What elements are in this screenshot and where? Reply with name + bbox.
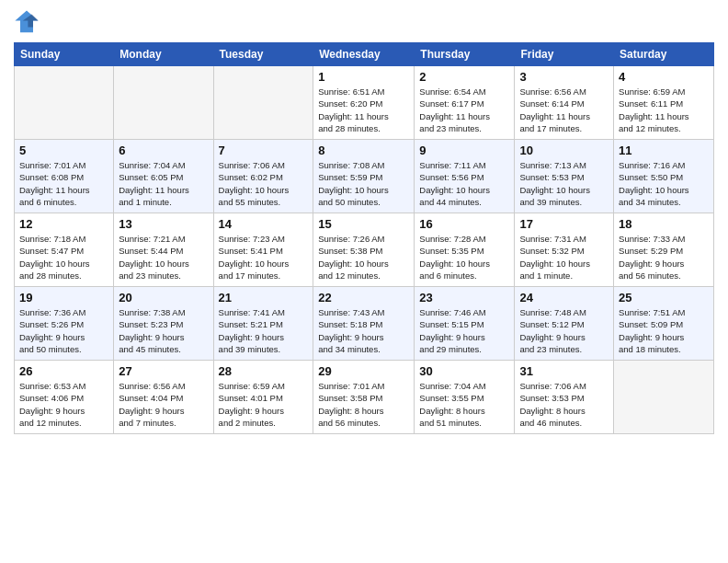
day-info: Sunrise: 7:46 AM Sunset: 5:15 PM Dayligh… — [419, 306, 509, 355]
calendar-cell: 8Sunrise: 7:08 AM Sunset: 5:59 PM Daylig… — [313, 140, 415, 213]
day-number: 15 — [318, 217, 409, 231]
day-number: 2 — [419, 70, 509, 84]
calendar-cell: 31Sunrise: 7:06 AM Sunset: 3:53 PM Dayli… — [515, 361, 614, 434]
day-number: 20 — [119, 291, 208, 304]
calendar-cell: 7Sunrise: 7:06 AM Sunset: 6:02 PM Daylig… — [213, 140, 313, 213]
day-number: 10 — [519, 144, 609, 157]
day-number: 21 — [219, 291, 309, 304]
day-info: Sunrise: 7:04 AM Sunset: 6:05 PM Dayligh… — [119, 159, 208, 208]
header — [14, 9, 714, 35]
calendar-cell: 30Sunrise: 7:04 AM Sunset: 3:55 PM Dayli… — [415, 361, 515, 434]
calendar-cell: 1Sunrise: 6:51 AM Sunset: 6:20 PM Daylig… — [313, 66, 415, 140]
calendar-cell: 2Sunrise: 6:54 AM Sunset: 6:17 PM Daylig… — [415, 66, 515, 140]
day-number: 8 — [318, 144, 409, 157]
day-info: Sunrise: 7:11 AM Sunset: 5:56 PM Dayligh… — [419, 159, 509, 208]
day-number: 26 — [19, 364, 108, 378]
weekday-header: Saturday — [614, 43, 714, 66]
svg-marker-0 — [15, 10, 38, 32]
calendar-cell: 24Sunrise: 7:48 AM Sunset: 5:12 PM Dayli… — [515, 287, 614, 361]
day-info: Sunrise: 6:54 AM Sunset: 6:17 PM Dayligh… — [419, 86, 509, 134]
calendar-cell: 23Sunrise: 7:46 AM Sunset: 5:15 PM Dayli… — [415, 287, 515, 361]
calendar-cell: 5Sunrise: 7:01 AM Sunset: 6:08 PM Daylig… — [15, 140, 114, 213]
day-info: Sunrise: 7:31 AM Sunset: 5:32 PM Dayligh… — [519, 233, 609, 282]
logo-icon — [14, 9, 40, 35]
calendar-cell: 15Sunrise: 7:26 AM Sunset: 5:38 PM Dayli… — [313, 213, 415, 287]
day-info: Sunrise: 7:21 AM Sunset: 5:44 PM Dayligh… — [119, 233, 208, 282]
day-info: Sunrise: 7:08 AM Sunset: 5:59 PM Dayligh… — [318, 159, 409, 208]
weekday-header: Friday — [515, 43, 614, 66]
day-number: 28 — [219, 364, 309, 378]
day-info: Sunrise: 7:48 AM Sunset: 5:12 PM Dayligh… — [519, 306, 609, 355]
day-info: Sunrise: 7:51 AM Sunset: 5:09 PM Dayligh… — [619, 306, 709, 355]
day-info: Sunrise: 7:13 AM Sunset: 5:53 PM Dayligh… — [519, 159, 609, 208]
calendar-cell: 20Sunrise: 7:38 AM Sunset: 5:23 PM Dayli… — [114, 287, 213, 361]
calendar-cell: 27Sunrise: 6:56 AM Sunset: 4:04 PM Dayli… — [114, 361, 213, 434]
day-info: Sunrise: 7:16 AM Sunset: 5:50 PM Dayligh… — [619, 159, 709, 208]
calendar-week-row: 12Sunrise: 7:18 AM Sunset: 5:47 PM Dayli… — [15, 213, 714, 287]
calendar-cell — [213, 66, 313, 140]
calendar-cell: 14Sunrise: 7:23 AM Sunset: 5:41 PM Dayli… — [213, 213, 313, 287]
calendar-week-row: 19Sunrise: 7:36 AM Sunset: 5:26 PM Dayli… — [15, 287, 714, 361]
day-info: Sunrise: 7:36 AM Sunset: 5:26 PM Dayligh… — [19, 306, 108, 355]
day-info: Sunrise: 6:51 AM Sunset: 6:20 PM Dayligh… — [318, 86, 409, 134]
day-info: Sunrise: 7:04 AM Sunset: 3:55 PM Dayligh… — [419, 380, 509, 429]
day-info: Sunrise: 6:56 AM Sunset: 4:04 PM Dayligh… — [119, 380, 208, 429]
day-number: 29 — [318, 364, 409, 378]
weekday-header: Wednesday — [313, 43, 415, 66]
day-number: 18 — [619, 217, 709, 231]
day-info: Sunrise: 7:41 AM Sunset: 5:21 PM Dayligh… — [219, 306, 309, 355]
day-number: 6 — [119, 144, 208, 157]
day-info: Sunrise: 6:56 AM Sunset: 6:14 PM Dayligh… — [519, 86, 609, 134]
calendar-cell: 10Sunrise: 7:13 AM Sunset: 5:53 PM Dayli… — [515, 140, 614, 213]
calendar-cell: 12Sunrise: 7:18 AM Sunset: 5:47 PM Dayli… — [15, 213, 114, 287]
day-info: Sunrise: 7:28 AM Sunset: 5:35 PM Dayligh… — [419, 233, 509, 282]
day-number: 3 — [519, 70, 609, 84]
day-number: 13 — [119, 217, 208, 231]
day-number: 11 — [619, 144, 709, 157]
calendar-week-row: 5Sunrise: 7:01 AM Sunset: 6:08 PM Daylig… — [15, 140, 714, 213]
logo — [14, 9, 43, 35]
calendar-cell: 18Sunrise: 7:33 AM Sunset: 5:29 PM Dayli… — [614, 213, 714, 287]
page-container: SundayMondayTuesdayWednesdayThursdayFrid… — [0, 0, 728, 443]
day-info: Sunrise: 7:01 AM Sunset: 6:08 PM Dayligh… — [19, 159, 108, 208]
day-number: 14 — [219, 217, 309, 231]
weekday-header: Sunday — [15, 43, 114, 66]
calendar-cell: 28Sunrise: 6:59 AM Sunset: 4:01 PM Dayli… — [213, 361, 313, 434]
calendar-cell: 21Sunrise: 7:41 AM Sunset: 5:21 PM Dayli… — [213, 287, 313, 361]
day-info: Sunrise: 7:43 AM Sunset: 5:18 PM Dayligh… — [318, 306, 409, 355]
day-info: Sunrise: 6:53 AM Sunset: 4:06 PM Dayligh… — [19, 380, 108, 429]
day-number: 16 — [419, 217, 509, 231]
day-info: Sunrise: 6:59 AM Sunset: 6:11 PM Dayligh… — [619, 86, 709, 134]
day-number: 5 — [19, 144, 108, 157]
day-info: Sunrise: 7:06 AM Sunset: 3:53 PM Dayligh… — [519, 380, 609, 429]
day-info: Sunrise: 6:59 AM Sunset: 4:01 PM Dayligh… — [219, 380, 309, 429]
day-number: 30 — [419, 364, 509, 378]
calendar-cell: 17Sunrise: 7:31 AM Sunset: 5:32 PM Dayli… — [515, 213, 614, 287]
calendar-cell: 6Sunrise: 7:04 AM Sunset: 6:05 PM Daylig… — [114, 140, 213, 213]
day-info: Sunrise: 7:01 AM Sunset: 3:58 PM Dayligh… — [318, 380, 409, 429]
calendar-cell — [15, 66, 114, 140]
calendar-cell: 22Sunrise: 7:43 AM Sunset: 5:18 PM Dayli… — [313, 287, 415, 361]
day-number: 9 — [419, 144, 509, 157]
day-number: 12 — [19, 217, 108, 231]
day-number: 24 — [519, 291, 609, 304]
day-info: Sunrise: 7:33 AM Sunset: 5:29 PM Dayligh… — [619, 233, 709, 282]
calendar-cell: 26Sunrise: 6:53 AM Sunset: 4:06 PM Dayli… — [15, 361, 114, 434]
day-info: Sunrise: 7:26 AM Sunset: 5:38 PM Dayligh… — [318, 233, 409, 282]
day-info: Sunrise: 7:18 AM Sunset: 5:47 PM Dayligh… — [19, 233, 108, 282]
calendar-cell: 19Sunrise: 7:36 AM Sunset: 5:26 PM Dayli… — [15, 287, 114, 361]
weekday-header: Tuesday — [213, 43, 313, 66]
day-info: Sunrise: 7:06 AM Sunset: 6:02 PM Dayligh… — [219, 159, 309, 208]
calendar-cell: 29Sunrise: 7:01 AM Sunset: 3:58 PM Dayli… — [313, 361, 415, 434]
day-info: Sunrise: 7:38 AM Sunset: 5:23 PM Dayligh… — [119, 306, 208, 355]
calendar-cell — [614, 361, 714, 434]
day-number: 25 — [619, 291, 709, 304]
day-number: 23 — [419, 291, 509, 304]
weekday-header: Monday — [114, 43, 213, 66]
day-number: 31 — [519, 364, 609, 378]
day-number: 7 — [219, 144, 309, 157]
calendar-cell: 11Sunrise: 7:16 AM Sunset: 5:50 PM Dayli… — [614, 140, 714, 213]
day-info: Sunrise: 7:23 AM Sunset: 5:41 PM Dayligh… — [219, 233, 309, 282]
calendar-week-row: 26Sunrise: 6:53 AM Sunset: 4:06 PM Dayli… — [15, 361, 714, 434]
day-number: 4 — [619, 70, 709, 84]
